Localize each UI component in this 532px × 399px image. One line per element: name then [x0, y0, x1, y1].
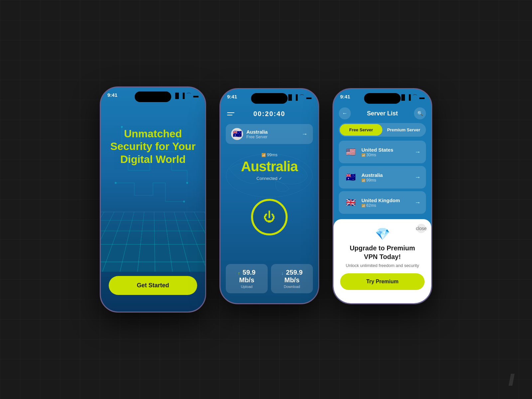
server-item-uk-info: United Kingdom 62ms — [361, 198, 400, 208]
back-button[interactable]: ← — [339, 107, 351, 119]
au-arrow: → — [415, 174, 421, 181]
dynamic-island-2 — [251, 93, 288, 104]
server-item-au-left: 🇦🇺 Australia 99ms — [344, 171, 383, 184]
menu-button[interactable] — [227, 107, 240, 120]
welcome-title: Unmatched Security for Your Digital Worl… — [110, 127, 196, 166]
status-icons-1: ▐▌▐ ⌒ ▬ — [173, 92, 199, 99]
download-arrow-icon: ↓ — [281, 271, 284, 276]
server-pill[interactable]: 🇦🇺 Australia Free Server → — [226, 124, 313, 144]
server-pill-name: Australia — [246, 129, 268, 135]
phone-welcome: 9:41 ▐▌▐ ⌒ ▬ — [100, 86, 206, 313]
upgrade-title: Upgrade to Premium VPN Today! — [350, 244, 415, 261]
wifi-icon-3: ⌒ — [412, 94, 418, 101]
battery-icon-3: ▬ — [419, 94, 425, 100]
tab-premium-server[interactable]: Premium Server — [382, 124, 425, 136]
server-item-us-info: United States 30ms — [361, 147, 393, 157]
upgrade-subtitle: Unlock unlimited freedom and security — [346, 263, 419, 268]
connected-status: Connected ✓ — [220, 176, 318, 181]
uk-latency: 62ms — [361, 203, 400, 208]
server-pill-info: Australia Free Server — [246, 129, 268, 139]
server-pill-left: 🇦🇺 Australia Free Server — [231, 128, 268, 140]
latency-display: 99ms — [220, 152, 318, 157]
uk-flag: 🇬🇧 — [344, 196, 357, 209]
uk-country-name: United Kingdom — [361, 198, 400, 203]
svg-point-25 — [115, 182, 117, 184]
phone3-screen: 9:41 ▐▌▐ ⌒ ▬ ← Server List 🔍 Free Server… — [333, 89, 431, 303]
server-tabs: Free Server Premium Server — [339, 123, 426, 137]
dynamic-island-3 — [364, 93, 401, 104]
server-list-title: Server List — [367, 110, 398, 117]
battery-icon-2: ▬ — [306, 94, 312, 100]
status-time-2: 9:41 — [227, 94, 237, 99]
australia-flag-pill: 🇦🇺 — [231, 128, 243, 140]
server-pill-type: Free Server — [246, 135, 268, 139]
battery-icon-1: ▬ — [193, 93, 199, 99]
svg-point-26 — [183, 200, 185, 202]
svg-point-24 — [186, 182, 188, 184]
status-time-3: 9:41 — [340, 94, 350, 99]
server-pill-arrow: → — [302, 131, 308, 138]
server-list-items: 🇺🇸 United States 30ms → 🇦🇺 Australia 9 — [339, 141, 426, 214]
phone2-screen: 9:41 ▐▌▐ ⌒ ▬ 00:20:40 🇦🇺 — [220, 89, 318, 303]
us-flag: 🇺🇸 — [344, 145, 357, 159]
menu-line-top — [227, 112, 234, 113]
slash-decoration: // — [508, 371, 512, 389]
power-button[interactable]: ⏻ — [251, 199, 288, 235]
slash-text: // — [508, 371, 512, 389]
speed-stats: ↑ 59.9 Mb/s Upload ↓ 259.9 Mb/s Download — [226, 264, 313, 293]
connection-timer: 00:20:40 — [253, 110, 285, 118]
tab-free-server[interactable]: Free Server — [340, 124, 382, 136]
upgrade-modal: close 💎 Upgrade to Premium VPN Today! Un… — [333, 219, 431, 303]
grid-floor — [101, 212, 205, 272]
status-icons-3: ▐▌▐ ⌒ ▬ — [399, 94, 425, 101]
server-item-uk[interactable]: 🇬🇧 United Kingdom 62ms → — [339, 191, 426, 214]
connected-country: 99ms Australia Connected ✓ — [220, 152, 318, 181]
phone1-content: Unmatched Security for Your Digital Worl… — [101, 114, 205, 172]
menu-line-bottom — [227, 115, 232, 115]
power-button-container: ⏻ — [251, 199, 288, 235]
try-premium-button[interactable]: Try Premium — [340, 273, 425, 290]
server-item-us-left: 🇺🇸 United States 30ms — [344, 145, 393, 159]
power-icon: ⏻ — [263, 210, 275, 224]
wifi-icon-1: ⌒ — [186, 92, 192, 99]
phone2-header: 00:20:40 — [220, 107, 318, 120]
signal-icon-2: ▐▌▐ — [286, 94, 298, 100]
signal-icon-1: ▐▌▐ — [173, 93, 185, 99]
status-time-1: 9:41 — [107, 92, 117, 98]
server-item-uk-left: 🇬🇧 United Kingdom 62ms — [344, 196, 400, 209]
get-started-button[interactable]: Get Started — [109, 276, 197, 295]
status-icons-2: ▐▌▐ ⌒ ▬ — [286, 94, 312, 101]
search-button[interactable]: 🔍 — [414, 107, 426, 119]
upload-label: Upload — [230, 285, 263, 289]
download-value: ↓ 259.9 Mb/s — [276, 269, 308, 284]
us-latency: 30ms — [361, 153, 393, 157]
upload-value: ↑ 59.9 Mb/s — [230, 269, 263, 284]
upload-arrow-icon: ↑ — [238, 271, 240, 276]
download-card: ↓ 259.9 Mb/s Download — [271, 264, 313, 293]
country-name-big: Australia — [220, 159, 318, 175]
uk-arrow: → — [415, 199, 421, 206]
us-arrow: → — [415, 149, 421, 156]
download-label: Download — [276, 285, 308, 289]
dynamic-island-1 — [135, 91, 171, 102]
wifi-icon-2: ⌒ — [299, 94, 305, 101]
upload-card: ↑ 59.9 Mb/s Upload — [226, 264, 268, 293]
diamond-icon: 💎 — [375, 227, 390, 241]
signal-icon-3: ▐▌▐ — [399, 94, 411, 100]
server-item-us[interactable]: 🇺🇸 United States 30ms → — [339, 141, 426, 163]
server-item-au[interactable]: 🇦🇺 Australia 99ms → — [339, 166, 426, 189]
phone3-header: ← Server List 🔍 — [333, 107, 431, 119]
modal-close-button[interactable]: close — [417, 224, 426, 233]
phone-connected: 9:41 ▐▌▐ ⌒ ▬ 00:20:40 🇦🇺 — [219, 88, 319, 304]
server-item-au-info: Australia 99ms — [361, 172, 383, 183]
phones-container: 9:41 ▐▌▐ ⌒ ▬ — [80, 66, 452, 332]
us-country-name: United States — [361, 147, 393, 153]
au-latency: 99ms — [361, 178, 383, 183]
phone-server-list: 9:41 ▐▌▐ ⌒ ▬ ← Server List 🔍 Free Server… — [332, 88, 432, 304]
au-flag: 🇦🇺 — [344, 171, 357, 184]
phone1-screen: 9:41 ▐▌▐ ⌒ ▬ — [101, 87, 205, 312]
au-country-name: Australia — [361, 172, 383, 178]
